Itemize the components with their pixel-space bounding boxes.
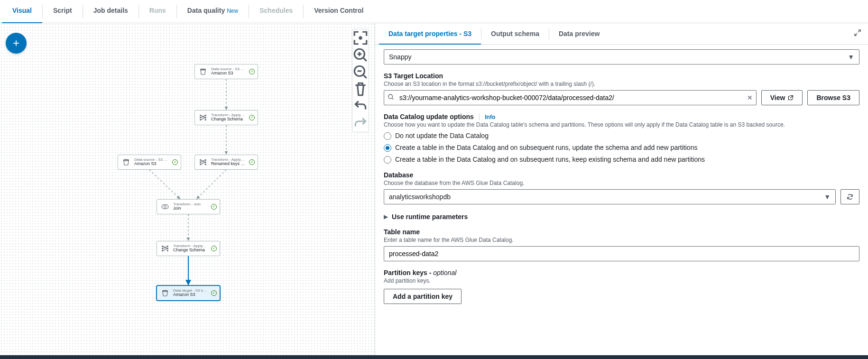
bucket-icon bbox=[160, 288, 170, 298]
node-source-s3-2[interactable]: Data source - S3 bucketAmazon S3 bbox=[118, 155, 181, 170]
clear-icon[interactable]: ✕ bbox=[747, 94, 753, 101]
table-name-input[interactable] bbox=[384, 246, 859, 261]
add-partition-key-button[interactable]: Add a partition key bbox=[384, 289, 462, 304]
radio-create-update-schema[interactable]: Create a table in the Data Catalog and o… bbox=[384, 144, 859, 152]
svg-point-14 bbox=[205, 117, 206, 118]
svg-point-21 bbox=[205, 162, 206, 163]
search-icon bbox=[388, 94, 394, 102]
bucket-icon bbox=[198, 66, 208, 77]
tab-schedules: Schedules bbox=[249, 0, 303, 23]
fit-icon[interactable] bbox=[352, 29, 369, 46]
catalog-label: Data Catalog update options bbox=[384, 113, 474, 120]
properties-panel: Data target properties - S3 Output schem… bbox=[375, 23, 868, 359]
s3-location-desc: Choose an S3 location in the format s3:/… bbox=[384, 81, 859, 87]
node-renamed-keys[interactable]: Transform - ApplyMappi…Renamed keys for … bbox=[194, 155, 258, 170]
radio-create-keep-schema[interactable]: Create a table in the Data Catalog and o… bbox=[384, 156, 859, 164]
new-badge: New bbox=[227, 8, 238, 14]
tab-output-schema[interactable]: Output schema bbox=[481, 23, 549, 44]
svg-point-19 bbox=[200, 164, 201, 165]
database-select[interactable]: analyticsworkshopdb ▼ bbox=[384, 189, 836, 204]
status-ok-icon bbox=[211, 204, 217, 210]
svg-point-13 bbox=[205, 115, 206, 116]
undo-icon[interactable] bbox=[352, 98, 369, 115]
svg-point-29 bbox=[167, 248, 168, 249]
radio-no-update[interactable]: Do not update the Data Catalog bbox=[384, 132, 859, 140]
svg-point-20 bbox=[205, 159, 206, 160]
catalog-desc: Choose how you want to update the Data C… bbox=[384, 121, 859, 128]
svg-point-25 bbox=[162, 246, 163, 247]
node-join[interactable]: Transform - JoinJoin bbox=[157, 199, 220, 214]
database-desc: Choose the database from the AWS Glue Da… bbox=[384, 180, 859, 186]
svg-point-15 bbox=[205, 119, 206, 120]
refresh-db-button[interactable] bbox=[840, 189, 859, 204]
status-ok-icon bbox=[249, 115, 255, 120]
redo-icon[interactable] bbox=[352, 115, 369, 132]
node-change-schema-2[interactable]: Transform - ApplyMappi…Change Schema bbox=[157, 241, 220, 256]
zoom-out-icon[interactable] bbox=[352, 64, 369, 81]
svg-point-27 bbox=[162, 250, 163, 251]
chevron-down-icon: ▼ bbox=[848, 53, 854, 61]
visual-canvas[interactable]: + Data source - S3 bucketAmazon S bbox=[0, 23, 375, 359]
footer-bar bbox=[0, 355, 868, 359]
svg-line-6 bbox=[196, 170, 226, 199]
svg-point-0 bbox=[360, 37, 361, 39]
browse-s3-button[interactable]: Browse S3 bbox=[807, 90, 859, 105]
status-ok-icon bbox=[172, 159, 178, 165]
database-label: Database bbox=[384, 171, 859, 179]
s3-location-input[interactable] bbox=[384, 90, 757, 105]
tab-version-control[interactable]: Version Control bbox=[304, 0, 374, 23]
table-name-label: Table name bbox=[384, 228, 859, 236]
tab-script[interactable]: Script bbox=[43, 0, 83, 23]
tab-data-target-props[interactable]: Data target properties - S3 bbox=[379, 23, 481, 44]
tab-data-quality[interactable]: Data qualityNew bbox=[177, 0, 249, 23]
svg-point-28 bbox=[167, 246, 168, 247]
compression-select[interactable]: Snappy ▼ bbox=[384, 49, 859, 64]
table-name-desc: Enter a table name for the AWS Glue Data… bbox=[384, 237, 859, 243]
join-icon bbox=[160, 202, 170, 212]
mapping-icon bbox=[198, 112, 208, 123]
svg-point-30 bbox=[167, 250, 168, 251]
zoom-in-icon[interactable] bbox=[352, 46, 369, 64]
runtime-params-toggle[interactable]: ▶ Use runtime parameters bbox=[384, 213, 859, 221]
s3-location-label: S3 Target Location bbox=[384, 72, 859, 80]
add-node-button[interactable]: + bbox=[6, 33, 27, 54]
svg-point-26 bbox=[162, 248, 163, 249]
chevron-down-icon: ▼ bbox=[824, 193, 831, 201]
svg-point-12 bbox=[200, 119, 201, 120]
svg-point-17 bbox=[200, 159, 201, 160]
canvas-toolbar bbox=[352, 29, 369, 132]
svg-point-32 bbox=[388, 94, 393, 99]
tab-job-details[interactable]: Job details bbox=[83, 0, 139, 23]
top-tabs: Visual Script Job details Runs Data qual… bbox=[0, 0, 868, 23]
tab-runs: Runs bbox=[139, 0, 176, 23]
mapping-icon bbox=[160, 243, 170, 254]
svg-point-18 bbox=[200, 162, 201, 163]
caret-right-icon: ▶ bbox=[384, 213, 388, 220]
properties-tabs: Data target properties - S3 Output schem… bbox=[375, 23, 868, 45]
trash-icon[interactable] bbox=[352, 81, 369, 98]
svg-point-10 bbox=[200, 115, 201, 116]
svg-line-5 bbox=[149, 170, 180, 199]
partition-keys-label: Partition keys - optional bbox=[384, 269, 859, 276]
bucket-icon bbox=[121, 157, 131, 167]
node-target-s3[interactable]: Data target - S3 bucketAmazon S3 bbox=[157, 285, 220, 301]
node-source-s3-1[interactable]: Data source - S3 bucketAmazon S3 bbox=[194, 64, 258, 79]
view-s3-button[interactable]: View bbox=[761, 90, 803, 105]
expand-panel-icon[interactable] bbox=[854, 29, 861, 38]
status-ok-icon bbox=[211, 290, 217, 296]
tab-visual[interactable]: Visual bbox=[2, 0, 42, 23]
mapping-icon bbox=[198, 157, 208, 167]
partition-keys-desc: Add partition keys. bbox=[384, 277, 859, 284]
status-ok-icon bbox=[249, 69, 255, 74]
svg-point-11 bbox=[200, 117, 201, 118]
svg-point-22 bbox=[205, 164, 206, 165]
node-change-schema-1[interactable]: Transform - ApplyMappi…Change Schema bbox=[194, 110, 258, 125]
info-link[interactable]: Info bbox=[485, 114, 495, 120]
status-ok-icon bbox=[211, 246, 217, 251]
tab-data-preview[interactable]: Data preview bbox=[549, 23, 609, 44]
status-ok-icon bbox=[249, 159, 255, 165]
